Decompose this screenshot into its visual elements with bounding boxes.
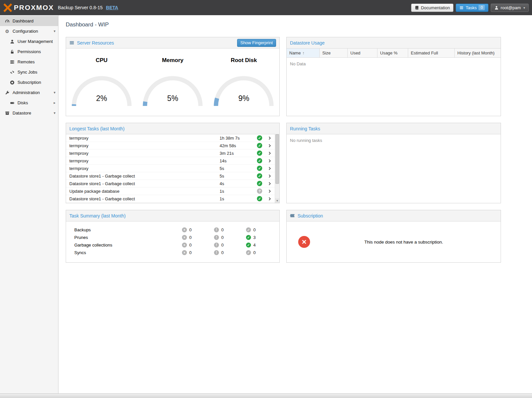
sidebar-item-administration[interactable]: Administration ▾ [0,87,58,98]
beta-link[interactable]: BETA [106,5,118,10]
task-status-icon: ? [257,188,262,194]
cpu-gauge: CPU 2% [66,57,137,107]
ok-icon: ✓ [246,235,251,240]
task-status-icon: ✓ [257,158,262,163]
root-disk-gauge-value: 9% [212,94,275,103]
sidebar-item-label: Disks [18,100,28,105]
tasks-button[interactable]: Tasks 0 [456,4,488,12]
chevron-down-icon[interactable]: ▾ [53,90,55,95]
chevron-right-icon[interactable] [266,197,273,201]
chevron-right-icon[interactable] [266,166,273,171]
sidebar-item-label: User Management [18,39,53,44]
task-status-icon: ✓ [257,173,262,179]
chevron-right-icon[interactable] [266,174,273,178]
logo-text: PROXMOX [14,4,54,12]
scrollbar-thumb[interactable] [275,134,279,184]
sidebar-item-datastore[interactable]: Datastore ▾ [0,108,58,118]
column-header-used[interactable]: Used [348,49,377,57]
task-status-icon: ✓ [257,181,262,186]
task-row[interactable]: termproxy 3m 21s ✓ [66,149,279,157]
no-data-text: No Data [287,58,501,70]
column-header-history[interactable]: History (last Month) [455,49,501,57]
task-row[interactable]: Datastore store1 - Garbage collect 4s ✓ [66,180,279,187]
task-row[interactable]: termproxy 14s ✓ [66,157,279,165]
user-icon [10,39,15,44]
panel-title: Running Tasks [290,126,320,131]
panel-title: Longest Tasks (last Month) [69,126,124,131]
sidebar-item-user-management[interactable]: User Management [0,36,58,47]
user-label: root@pam [501,5,521,10]
unlock-icon [10,50,15,54]
chevron-right-icon[interactable]: ▸ [53,101,55,105]
datastore-table-header: Name ↑ Size Used Usage % Estimated Full … [287,49,501,58]
running-tasks-panel: Running Tasks No running tasks [286,123,501,203]
ok-count: 0 [253,227,256,232]
no-subscription-icon: × [298,236,310,248]
proxmox-logo: PROXMOX [3,3,54,12]
longest-tasks-list: termproxy 1h 38m 7s ✓ termproxy 42m 58s … [66,134,279,203]
longest-tasks-panel: Longest Tasks (last Month) termproxy 1h … [66,123,280,203]
ok-icon: ✓ [246,227,251,232]
chevron-down-icon[interactable]: ▾ [53,111,55,115]
user-icon [494,6,499,10]
warning-count: 0 [221,243,224,248]
ok-icon: ✓ [246,243,251,248]
ok-count: 0 [253,250,256,255]
user-menu-button[interactable]: root@pam ▾ [491,4,529,12]
sidebar-item-label: Permissions [18,49,41,54]
chevron-right-icon[interactable] [266,189,273,193]
sidebar-item-permissions[interactable]: Permissions [0,47,58,57]
panel-title: Server Resources [77,40,114,46]
summary-row-backups: Backups ×0 !0 ✓0 [74,226,279,234]
scrollbar-down-arrow[interactable]: ▾ [275,198,279,203]
chevron-right-icon[interactable] [266,182,273,186]
warning-count: 0 [221,250,224,255]
task-row[interactable]: Datastore store1 - Garbage collect 5s ✓ [66,172,279,180]
sidebar-item-label: Subscription [18,80,41,85]
task-status-icon: ✓ [257,143,262,148]
sidebar-item-label: Remotes [18,59,35,64]
sidebar-item-disks[interactable]: Disks ▸ [0,98,58,108]
tasks-label: Tasks [466,5,477,10]
chevron-right-icon[interactable] [266,151,273,155]
gears-icon: ⚙ [5,29,10,34]
sidebar-item-subscription[interactable]: Subscription [0,77,58,87]
sidebar-item-label: Dashboard [13,18,34,23]
task-row[interactable]: Datastore store1 - Garbage collect 1s ✓ [66,195,279,203]
sidebar-item-dashboard[interactable]: Dashboard [0,16,58,26]
panel-title: Datastore Usage [290,40,325,46]
column-header-usage-percent[interactable]: Usage % [377,49,408,57]
scrollbar[interactable]: ▾ [275,134,279,203]
main-content: Dashboard - WIP Server Resources Show Fi… [58,15,532,393]
sidebar-item-label: Administration [13,90,40,95]
chevron-down-icon[interactable]: ▾ [53,29,55,33]
task-row[interactable]: termproxy 42m 58s ✓ [66,142,279,149]
column-header-name[interactable]: Name ↑ [287,49,320,57]
task-row[interactable]: Update package database 1s ? [66,187,279,195]
show-fingerprint-button[interactable]: Show Fingerprint [237,39,276,47]
task-row[interactable]: termproxy 5s ✓ [66,165,279,172]
product-version: Backup Server 0.8-15 [58,5,102,10]
no-running-tasks-text: No running tasks [287,134,501,147]
warning-icon: ! [214,227,219,232]
chevron-right-icon[interactable] [266,159,273,163]
task-status-icon: ✓ [257,166,262,171]
panel-title: Subscription [298,213,323,218]
error-icon: × [182,227,187,232]
tachometer-icon [5,19,10,23]
warning-count: 0 [221,235,224,240]
chevron-right-icon[interactable] [266,136,273,140]
sidebar-item-sync-jobs[interactable]: Sync Jobs [0,67,58,77]
sidebar-item-remotes[interactable]: Remotes [0,57,58,67]
sidebar-item-configuration[interactable]: ⚙ Configuration ▾ [0,26,58,36]
root-disk-gauge: Root Disk 9% [208,57,279,107]
chevron-right-icon[interactable] [266,144,273,148]
resources-icon [69,40,74,45]
documentation-button[interactable]: Documentation [411,4,453,12]
task-row[interactable]: termproxy 1h 38m 7s ✓ [66,134,279,142]
ok-count: 4 [253,243,256,248]
book-icon [415,6,419,10]
column-header-estimated-full[interactable]: Estimated Full [408,49,455,57]
error-icon: × [182,243,187,248]
column-header-size[interactable]: Size [320,49,348,57]
